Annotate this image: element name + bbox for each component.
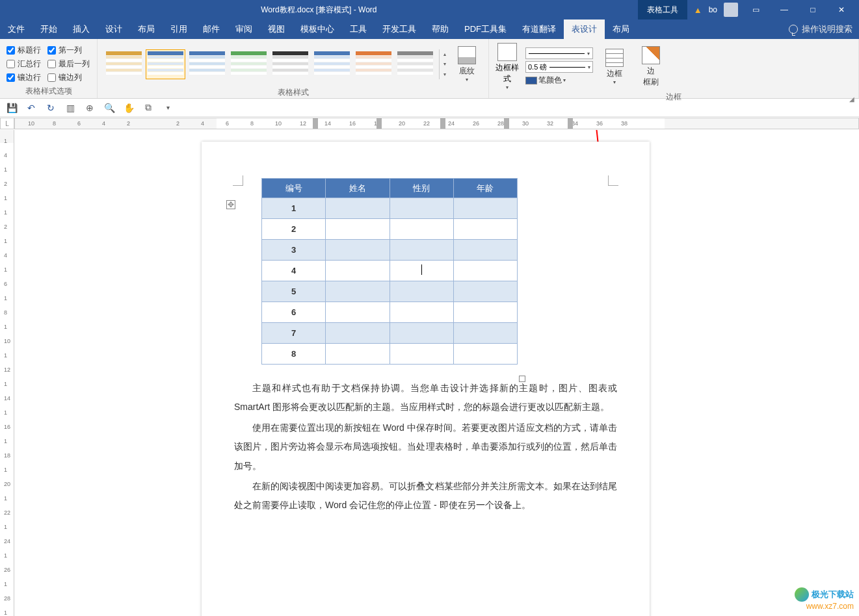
table-row[interactable]: 5 bbox=[262, 281, 518, 302]
tab-工具[interactable]: 工具 bbox=[342, 19, 375, 39]
table-cell[interactable] bbox=[453, 281, 517, 302]
row-number-cell[interactable]: 6 bbox=[262, 302, 326, 323]
table-style-thumb-5[interactable] bbox=[312, 49, 352, 79]
tab-布局[interactable]: 布局 bbox=[130, 19, 163, 39]
table-cell[interactable] bbox=[390, 281, 453, 302]
tab-表设计[interactable]: 表设计 bbox=[564, 19, 605, 39]
table-row[interactable]: 3 bbox=[262, 240, 518, 261]
table-header-cell[interactable]: 编号 bbox=[262, 179, 326, 198]
context-tab-label[interactable]: 表格工具 bbox=[638, 0, 687, 19]
table-style-thumb-4[interactable] bbox=[271, 49, 310, 79]
tab-布局[interactable]: 布局 bbox=[605, 19, 637, 39]
table-resize-handle[interactable] bbox=[519, 376, 525, 382]
row-number-cell[interactable]: 8 bbox=[262, 344, 326, 365]
table-cell[interactable] bbox=[390, 344, 453, 365]
table-cell[interactable] bbox=[390, 198, 453, 219]
table-style-thumb-3[interactable] bbox=[229, 49, 269, 79]
tab-开发工具[interactable]: 开发工具 bbox=[375, 19, 424, 39]
tab-审阅[interactable]: 审阅 bbox=[228, 19, 260, 39]
shading-button[interactable]: 底纹▾ bbox=[452, 43, 482, 86]
table-style-thumb-0[interactable] bbox=[104, 49, 144, 79]
qat-btn-8[interactable]: ⧉ bbox=[142, 101, 155, 114]
row-number-cell[interactable]: 3 bbox=[262, 240, 326, 261]
table-cell[interactable] bbox=[326, 240, 390, 261]
tab-文件[interactable]: 文件 bbox=[0, 19, 33, 39]
ruler-corner[interactable]: L bbox=[0, 118, 14, 129]
border-style-button[interactable]: 边框样 式▾ bbox=[496, 43, 519, 90]
opt-banded-col[interactable]: 镶边列 bbox=[47, 72, 90, 83]
row-number-cell[interactable]: 7 bbox=[262, 323, 326, 344]
table-row[interactable]: 1 bbox=[262, 198, 518, 219]
tab-引用[interactable]: 引用 bbox=[163, 19, 195, 39]
close-icon[interactable]: ✕ bbox=[830, 0, 852, 19]
qat-btn-5[interactable]: ⊕ bbox=[83, 101, 96, 114]
opt-total-row[interactable]: 汇总行 bbox=[7, 58, 41, 70]
qat-customize[interactable]: ▾ bbox=[161, 101, 174, 114]
table-cell[interactable] bbox=[453, 323, 517, 344]
opt-banded-row[interactable]: 镶边行 bbox=[7, 72, 41, 83]
borders-button[interactable]: 边框▾ bbox=[600, 45, 629, 88]
paragraph-1[interactable]: 主题和样式也有助于文档保持协调。当您单击设计并选择新的主题时，图片、图表或 Sm… bbox=[234, 379, 617, 417]
table-style-thumb-7[interactable] bbox=[395, 49, 435, 79]
save-icon[interactable]: 💾 bbox=[5, 101, 18, 114]
ribbon-display-icon[interactable]: ▭ bbox=[745, 0, 767, 19]
paragraph-2[interactable]: 使用在需要位置出现的新按钮在 Word 中保存时间。若要更改图片适应文档的方式，… bbox=[234, 418, 617, 476]
table-cell[interactable] bbox=[326, 344, 390, 365]
table-cell[interactable] bbox=[390, 323, 453, 344]
tab-插入[interactable]: 插入 bbox=[65, 19, 98, 39]
row-number-cell[interactable]: 5 bbox=[262, 281, 326, 302]
user-name[interactable]: bo bbox=[709, 5, 717, 14]
table-cell[interactable] bbox=[326, 281, 390, 302]
table-cell[interactable] bbox=[326, 198, 390, 219]
table-cell[interactable] bbox=[453, 302, 517, 323]
table-cell[interactable] bbox=[453, 198, 517, 219]
row-number-cell[interactable]: 1 bbox=[262, 198, 326, 219]
redo-icon[interactable]: ↻ bbox=[44, 101, 57, 114]
paragraph-3[interactable]: 在新的阅读视图中阅读更加容易。可以折叠文档某些部分并关注所需文本。如果在达到结尾… bbox=[234, 477, 617, 515]
horizontal-ruler[interactable]: 1086422468101214161820222426283032343638 bbox=[14, 118, 859, 129]
border-weight[interactable]: 0.5 磅▾ bbox=[525, 61, 593, 73]
opt-header-row[interactable]: 标题行 bbox=[7, 45, 41, 56]
border-line-style[interactable]: ▾ bbox=[525, 47, 593, 59]
maximize-icon[interactable]: □ bbox=[802, 0, 824, 19]
border-painter-button[interactable]: 边 框刷 bbox=[636, 45, 666, 88]
table-header-cell[interactable]: 年龄 bbox=[453, 179, 517, 198]
table-cell[interactable] bbox=[453, 240, 517, 261]
row-number-cell[interactable]: 4 bbox=[262, 261, 326, 281]
tab-设计[interactable]: 设计 bbox=[98, 19, 130, 39]
pen-color[interactable]: 笔颜色▾ bbox=[525, 75, 593, 86]
qat-btn-4[interactable]: ▥ bbox=[64, 101, 77, 114]
document-table[interactable]: 编号姓名性别年龄 12345678 bbox=[261, 178, 518, 365]
table-cell[interactable] bbox=[390, 219, 453, 240]
avatar[interactable] bbox=[724, 3, 738, 17]
table-cell[interactable] bbox=[453, 261, 517, 281]
tab-帮助[interactable]: 帮助 bbox=[424, 19, 456, 39]
table-cell[interactable] bbox=[390, 240, 453, 261]
document-body-text[interactable]: 主题和样式也有助于文档保持协调。当您单击设计并选择新的主题时，图片、图表或 Sm… bbox=[234, 379, 617, 515]
table-row[interactable]: 2 bbox=[262, 219, 518, 240]
tab-PDF工具集[interactable]: PDF工具集 bbox=[456, 19, 514, 39]
table-cell[interactable] bbox=[453, 219, 517, 240]
table-cell[interactable] bbox=[326, 323, 390, 344]
table-cell[interactable] bbox=[390, 261, 453, 281]
borders-dialog-launcher[interactable]: ◢ bbox=[849, 96, 854, 103]
row-number-cell[interactable]: 2 bbox=[262, 219, 326, 240]
minimize-icon[interactable]: — bbox=[773, 0, 795, 19]
tab-有道翻译[interactable]: 有道翻译 bbox=[514, 19, 564, 39]
undo-icon[interactable]: ↶ bbox=[25, 101, 38, 114]
table-row[interactable]: 7 bbox=[262, 323, 518, 344]
tell-me-search[interactable]: 操作说明搜索 bbox=[782, 19, 859, 39]
opt-first-col[interactable]: 第一列 bbox=[47, 45, 90, 56]
tab-邮件[interactable]: 邮件 bbox=[195, 19, 228, 39]
gallery-more-button[interactable]: ▴▾▾ bbox=[439, 49, 449, 79]
table-row[interactable]: 8 bbox=[262, 344, 518, 365]
table-header-cell[interactable]: 姓名 bbox=[326, 179, 390, 198]
table-style-thumb-2[interactable] bbox=[187, 49, 227, 79]
tab-模板中心[interactable]: 模板中心 bbox=[293, 19, 342, 39]
table-style-gallery[interactable] bbox=[104, 49, 435, 79]
table-cell[interactable] bbox=[326, 302, 390, 323]
table-cell[interactable] bbox=[326, 261, 390, 281]
qat-btn-7[interactable]: ✋ bbox=[122, 101, 135, 114]
tab-视图[interactable]: 视图 bbox=[260, 19, 293, 39]
table-style-thumb-6[interactable] bbox=[354, 49, 393, 79]
